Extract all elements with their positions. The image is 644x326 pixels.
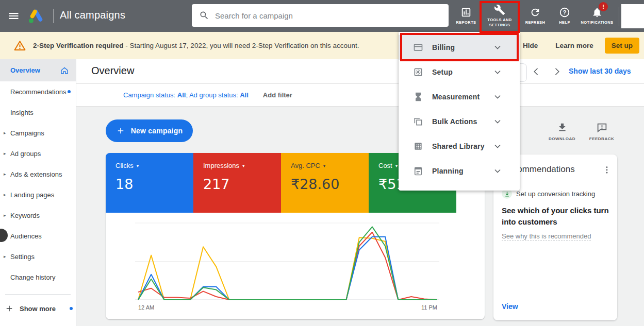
action-label: DOWNLOAD <box>549 136 575 141</box>
tools-and-settings-button[interactable]: TOOLS AND SETTINGS <box>481 0 519 32</box>
sidebar-item-settings[interactable]: ▸Settings <box>0 246 76 267</box>
metric-label: Impressions <box>203 162 239 169</box>
banner-body: - Starting August 17, 2022, you will nee… <box>124 42 359 49</box>
sidebar-item-keywords[interactable]: ▸Keywords <box>0 205 76 226</box>
chevron-down-icon <box>492 166 503 176</box>
topbar-actions: REPORTSTOOLS AND SETTINGSREFRESH?HELPNOT… <box>452 0 617 32</box>
sidebar-item-audiences[interactable]: Audiences <box>0 226 76 246</box>
sidebar-item-recommendations[interactable]: Recommendations <box>0 81 76 102</box>
chevron-down-icon <box>492 116 503 127</box>
feedback-icon <box>597 122 607 133</box>
expand-arrow-icon[interactable]: ▸ <box>4 192 6 197</box>
learn-more-button[interactable]: Learn more <box>549 38 600 54</box>
x-axis-tick-label: 12 AM <box>138 304 154 311</box>
planning-clipboard-icon <box>413 166 423 176</box>
sidebar-item-landing-pages[interactable]: ▸Landing pages <box>0 184 76 205</box>
sidebar-item-label: Campaigns <box>10 129 44 137</box>
menu-item-measurement[interactable]: Measurement <box>399 84 520 109</box>
menu-item-label: Measurement <box>432 93 492 101</box>
filter-summary[interactable]: Campaign status: All; Ad group status: A… <box>123 91 249 99</box>
add-filter-button[interactable]: Add filter <box>263 91 292 99</box>
chevron-left-icon[interactable] <box>531 66 541 77</box>
sidebar-item-label: Change history <box>10 273 55 281</box>
left-navigation: OverviewRecommendationsInsights▸Campaign… <box>0 59 76 326</box>
shared-library-icon <box>413 141 423 151</box>
caret-down-icon[interactable]: ▾ <box>137 163 139 168</box>
menu-item-shared-library[interactable]: Shared Library <box>399 134 520 159</box>
caret-down-icon[interactable]: ▾ <box>242 163 245 168</box>
sidebar-item-overview[interactable]: Overview <box>0 59 76 81</box>
divider <box>53 9 54 23</box>
sidebar-show-more[interactable]: Show more <box>0 300 76 317</box>
recommendation-subtext[interactable]: See why this is recommended <box>502 232 591 241</box>
expand-arrow-icon[interactable]: ▸ <box>4 151 6 156</box>
feedback-button[interactable]: FEEDBACK <box>585 122 618 141</box>
action-label: REPORTS <box>456 20 476 25</box>
menu-item-bulk-actions[interactable]: Bulk Actions <box>399 109 520 134</box>
setup-gear-icon <box>413 67 423 77</box>
view-link[interactable]: View <box>502 302 518 311</box>
menu-item-label: Shared Library <box>432 142 492 150</box>
refresh-button[interactable]: REFRESH <box>519 0 552 32</box>
new-campaign-label: New campaign <box>131 127 183 135</box>
divider <box>619 7 619 26</box>
menu-item-label: Planning <box>432 167 492 175</box>
campaign-search[interactable] <box>192 4 449 27</box>
sidebar-item-label: Ad groups <box>10 150 41 158</box>
help-icon: ? <box>559 7 570 18</box>
chevron-down-icon <box>492 42 503 53</box>
sidebar-item-change-history[interactable]: Change history <box>0 267 76 287</box>
sidebar-item-label: Overview <box>10 66 40 74</box>
scorecard-avg-cpc[interactable]: Avg. CPC▾₹28.60 <box>281 153 369 213</box>
caret-down-icon[interactable]: ▾ <box>323 163 326 168</box>
plus-icon <box>5 304 14 313</box>
chevron-down-icon <box>492 67 503 77</box>
reports-button[interactable]: REPORTS <box>452 0 481 32</box>
recommendation-heading: See which of your clicks turn into custo… <box>502 205 609 228</box>
sidebar-item-insights[interactable]: Insights <box>0 102 76 123</box>
expand-arrow-icon[interactable]: ▸ <box>4 254 6 259</box>
show-last-30-days-link[interactable]: Show last 30 days <box>569 67 631 75</box>
scorecard-clicks[interactable]: Clicks▾18 <box>106 153 193 213</box>
filter-bar: Campaign status: All; Ad group status: A… <box>76 84 644 107</box>
kebab-menu-icon[interactable] <box>602 165 612 175</box>
tools-and-settings-menu: BillingSetupMeasurementBulk ActionsShare… <box>399 32 520 191</box>
menu-item-label: Billing <box>432 43 492 52</box>
sidebar-item-ad-groups[interactable]: ▸Ad groups <box>0 143 76 164</box>
sidebar-item-label: Settings <box>10 253 35 261</box>
menu-item-setup[interactable]: Setup <box>399 60 520 84</box>
expand-arrow-icon[interactable]: ▸ <box>4 130 6 135</box>
show-more-label: Show more <box>20 305 56 313</box>
warning-triangle-icon <box>13 39 26 52</box>
banner-title: 2-Step Verification required <box>33 42 124 49</box>
caret-down-icon[interactable]: ▾ <box>395 163 398 168</box>
new-campaign-button[interactable]: New campaign <box>106 119 193 142</box>
main-menu-icon[interactable] <box>7 10 21 22</box>
menu-item-billing[interactable]: Billing <box>399 35 520 60</box>
banner-message: 2-Step Verification required - Starting … <box>33 42 359 49</box>
expand-arrow-icon[interactable]: ▸ <box>4 171 6 177</box>
download-button[interactable]: DOWNLOAD <box>546 122 579 141</box>
action-label: HELP <box>559 20 570 25</box>
chevron-right-icon[interactable] <box>552 66 562 77</box>
expand-arrow-icon[interactable]: ▸ <box>4 213 6 218</box>
set-up-button[interactable]: Set up <box>605 38 639 54</box>
sidebar-item-ads-extensions[interactable]: ▸Ads & extensions <box>0 164 76 184</box>
search-input[interactable] <box>215 11 441 20</box>
sidebar-item-label: Audiences <box>10 232 42 240</box>
account-area[interactable] <box>621 4 644 28</box>
filter-funnel-icon <box>92 90 102 100</box>
divider <box>5 294 71 295</box>
filter-summary-part: All <box>177 91 186 99</box>
reports-icon <box>460 7 472 18</box>
google-ads-logo <box>27 7 45 25</box>
menu-item-planning[interactable]: Planning <box>399 159 520 183</box>
sidebar-item-label: Recommendations <box>10 88 66 96</box>
sidebar-item-campaigns[interactable]: ▸Campaigns <box>0 123 76 143</box>
scorecard-impressions[interactable]: Impressions▾217 <box>193 153 281 213</box>
notifications-button[interactable]: NOTIFICATIONS! <box>577 0 617 32</box>
help-button[interactable]: ?HELP <box>552 0 577 32</box>
filter-summary-part: Campaign status: <box>123 91 177 99</box>
hide-button[interactable]: Hide <box>517 38 544 54</box>
x-axis-tick-label: 11 PM <box>421 304 437 311</box>
